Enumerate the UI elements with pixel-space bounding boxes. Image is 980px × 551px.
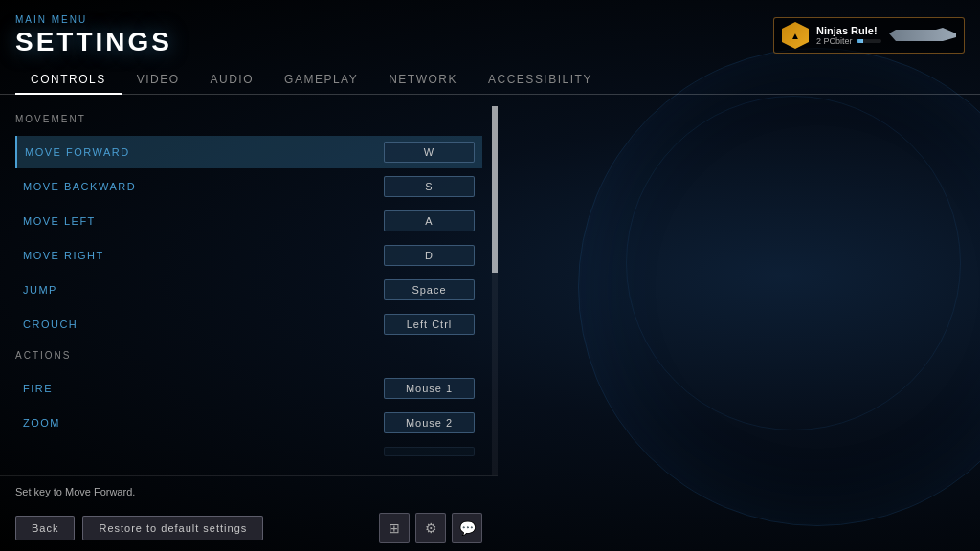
restore-button[interactable]: Restore to default settings [82, 516, 263, 540]
right-area [498, 95, 980, 551]
nav-tab-gameplay[interactable]: GAMEPLAY [269, 67, 373, 94]
action-buttons-left: Back Restore to default settings [15, 516, 263, 540]
status-text: Set key to Move Forward. [15, 486, 135, 497]
settings-panel: MOVEMENT MOVE FORWARD W MOVE BACKWARD S … [0, 95, 498, 551]
key-button-placeholder[interactable] [384, 447, 475, 456]
rank-bar [857, 39, 881, 43]
main-content: MOVEMENT MOVE FORWARD W MOVE BACKWARD S … [0, 95, 980, 551]
nav-tab-accessibility[interactable]: ACCESSIBILITY [473, 67, 608, 94]
top-bar: MAIN MENU SETTINGS ▲ Ninjas Rule! 2 PCbi… [0, 0, 980, 67]
binding-name-zoom: ZOOM [23, 417, 60, 429]
status-bar: Set key to Move Forward. [0, 475, 498, 505]
binding-name-jump: JUMP [23, 284, 57, 296]
binding-row-move-right[interactable]: MOVE RIGHT D [15, 239, 482, 272]
binding-name-move-forward: MOVE FORWARD [25, 146, 130, 158]
key-button-move-backward[interactable]: S [384, 176, 475, 197]
steam-button[interactable]: ⊞ [379, 513, 410, 543]
user-rank-text: 2 PCbiter [816, 36, 853, 46]
chat-icon: 💬 [459, 520, 476, 536]
back-button[interactable]: Back [15, 516, 75, 540]
binding-row-jump[interactable]: JUMP Space [15, 274, 482, 306]
user-name: Ninjas Rule! [816, 25, 881, 36]
rank-bar-fill [857, 39, 864, 43]
scroll-content: MOVEMENT MOVE FORWARD W MOVE BACKWARD S … [0, 106, 498, 462]
binding-row-fire[interactable]: FIRE Mouse 1 [15, 372, 482, 405]
binding-row-crouch[interactable]: CROUCH Left Ctrl [15, 308, 482, 341]
binding-name-crouch: CROUCH [23, 319, 78, 330]
nav-tab-audio[interactable]: AUDIO [195, 67, 270, 94]
key-button-move-left[interactable]: A [384, 210, 475, 231]
weapon-preview [889, 26, 956, 45]
scroll-area: MOVEMENT MOVE FORWARD W MOVE BACKWARD S … [0, 106, 498, 475]
binding-row-placeholder[interactable] [15, 441, 482, 462]
nav-tab-video[interactable]: VIDEO [122, 67, 195, 94]
binding-name-move-left: MOVE LEFT [23, 215, 96, 227]
nav-tab-network[interactable]: NETWORK [373, 67, 473, 94]
settings-button[interactable]: ⚙ [415, 513, 446, 543]
key-button-crouch[interactable]: Left Ctrl [384, 314, 475, 335]
scrollbar[interactable] [492, 106, 498, 475]
title-area: MAIN MENU SETTINGS [15, 14, 172, 57]
binding-row-move-left[interactable]: MOVE LEFT A [15, 205, 482, 237]
scrollbar-thumb[interactable] [492, 106, 498, 273]
action-bar: Back Restore to default settings ⊞ ⚙ 💬 [0, 505, 498, 551]
binding-row-move-backward[interactable]: MOVE BACKWARD S [15, 170, 482, 203]
chat-button[interactable]: 💬 [452, 513, 482, 543]
section-actions-label: ACTIONS [15, 342, 482, 364]
binding-row-move-forward[interactable]: MOVE FORWARD W [15, 136, 482, 168]
rank-bar-container: 2 PCbiter [816, 36, 881, 46]
binding-name-fire: FIRE [23, 383, 53, 394]
breadcrumb: MAIN MENU [15, 14, 172, 25]
page-title: SETTINGS [15, 27, 172, 57]
binding-name-move-right: MOVE RIGHT [23, 250, 104, 261]
section-movement-label: MOVEMENT [15, 106, 482, 128]
user-info: Ninjas Rule! 2 PCbiter [816, 25, 881, 46]
nav-tab-controls[interactable]: CONTROLS [15, 67, 122, 94]
binding-row-zoom[interactable]: ZOOM Mouse 2 [15, 407, 482, 439]
steam-icon: ⊞ [389, 520, 400, 536]
key-button-move-right[interactable]: D [384, 245, 475, 266]
rank-icon: ▲ [782, 22, 809, 49]
key-button-zoom[interactable]: Mouse 2 [384, 412, 475, 433]
key-button-move-forward[interactable]: W [384, 142, 475, 163]
settings-icon: ⚙ [425, 520, 437, 536]
user-badge: ▲ Ninjas Rule! 2 PCbiter [773, 17, 965, 54]
key-button-jump[interactable]: Space [384, 279, 475, 300]
key-button-fire[interactable]: Mouse 1 [384, 378, 475, 399]
binding-name-move-backward: MOVE BACKWARD [23, 181, 136, 192]
action-buttons-right: ⊞ ⚙ 💬 [379, 513, 482, 543]
nav-tabs: CONTROLSVIDEOAUDIOGAMEPLAYNETWORKACCESSI… [0, 67, 980, 95]
